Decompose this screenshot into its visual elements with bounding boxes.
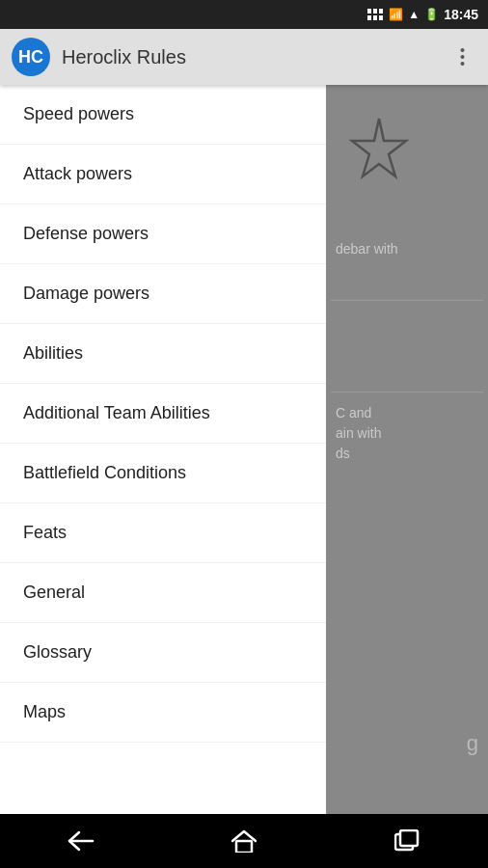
more-options-button[interactable] [447, 42, 476, 71]
content-text-lower: C and ain with ds [336, 403, 483, 464]
sidebar-text: debar with [336, 241, 398, 257]
mid-text-1: C and [336, 403, 483, 423]
svg-point-0 [460, 48, 464, 52]
status-time: 18:45 [444, 7, 478, 22]
content-behind: debar with C and ain with ds g [326, 85, 488, 814]
mid-text-2: ain with [336, 423, 483, 444]
wifi-icon: 📶 [389, 8, 403, 21]
bottom-navigation [0, 814, 488, 868]
status-icons: 📶 ▲ 🔋 18:45 [389, 7, 478, 22]
sidebar-item-feats[interactable]: Feats [0, 503, 326, 563]
battery-icon: 🔋 [424, 8, 439, 21]
svg-rect-7 [400, 830, 418, 846]
sidebar-item-damage-powers[interactable]: Damage powers [0, 264, 326, 324]
back-button[interactable] [52, 822, 110, 860]
app-title: Heroclix Rules [62, 46, 436, 68]
app-bar: HC Heroclix Rules [0, 29, 488, 85]
sidebar-item-battlefield-conditions[interactable]: Battlefield Conditions [0, 444, 326, 503]
svg-marker-3 [352, 119, 406, 176]
sidebar-item-maps[interactable]: Maps [0, 683, 326, 743]
status-bar: 📶 ▲ 🔋 18:45 [0, 0, 488, 29]
sidebar-item-attack-powers[interactable]: Attack powers [0, 145, 326, 204]
sidebar-item-speed-powers[interactable]: Speed powers [0, 85, 326, 145]
divider-bottom [331, 392, 483, 393]
sidebar-item-abilities[interactable]: Abilities [0, 324, 326, 384]
mid-text-3: ds [336, 444, 483, 464]
sidebar-item-additional-team-abilities[interactable]: Additional Team Abilities [0, 384, 326, 444]
content-text-mid: debar with [336, 239, 483, 259]
svg-point-1 [460, 55, 464, 59]
grid-icon [367, 9, 383, 20]
signal-icon: ▲ [408, 8, 420, 21]
star-decoration [345, 114, 413, 195]
logo-text: HC [18, 47, 43, 68]
sidebar-item-general[interactable]: General [0, 563, 326, 623]
svg-rect-5 [236, 841, 252, 853]
svg-point-2 [460, 62, 464, 66]
app-logo: HC [12, 38, 50, 76]
sidebar-item-glossary[interactable]: Glossary [0, 623, 326, 683]
divider-top [331, 300, 483, 301]
content-g-char: g [467, 731, 478, 756]
recents-button[interactable] [378, 822, 436, 860]
home-button[interactable] [215, 822, 273, 860]
main-content: debar with C and ain with ds g Speed pow… [0, 85, 488, 814]
navigation-drawer: Speed powers Attack powers Defense power… [0, 85, 326, 814]
sidebar-item-defense-powers[interactable]: Defense powers [0, 204, 326, 264]
